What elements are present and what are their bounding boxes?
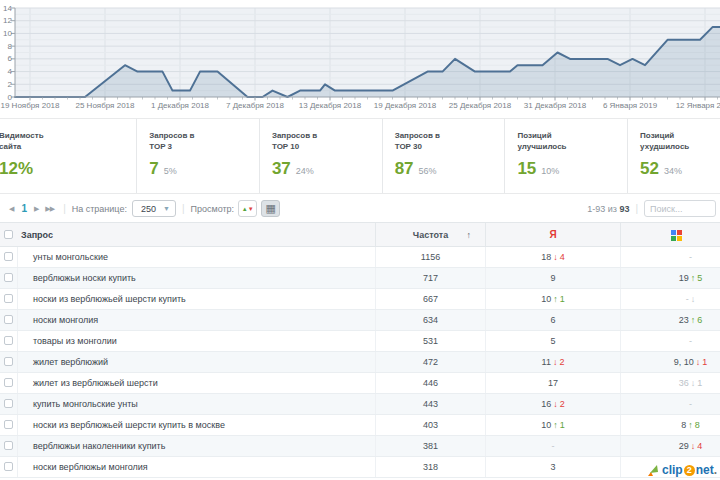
yandex-position-cell: 3: [485, 457, 620, 477]
google-position-cell: 8↑8: [620, 415, 720, 435]
card-value: 5234%: [640, 159, 720, 179]
yandex-position-cell: -: [485, 436, 620, 456]
yandex-position-cell: 16↓2: [485, 394, 620, 414]
card-value: 1510%: [517, 159, 627, 179]
svg-text:12: 12: [3, 16, 12, 25]
sort-asc-icon[interactable]: ↑: [467, 223, 472, 247]
table-row[interactable]: верблюжьи наколенники купить381-29↓4: [0, 436, 720, 457]
column-header-google[interactable]: [620, 223, 720, 246]
google-position-cell: -↓: [620, 289, 720, 309]
google-position-cell: -: [620, 331, 720, 351]
card-top10[interactable]: Запросов вTOP 10 3724%: [260, 119, 383, 193]
separator: |: [63, 203, 66, 214]
query-cell: товары из монголии: [17, 331, 375, 351]
yandex-position-cell: 11↓2: [485, 352, 620, 372]
table-row[interactable]: носки верблюжьи монголия3183: [0, 457, 720, 478]
query-cell: верблюжьи наколенники купить: [17, 436, 375, 456]
row-checkbox-cell: [0, 331, 17, 351]
table-row[interactable]: носки из верблюжьей шерсти купить66710↑1…: [0, 289, 720, 310]
yandex-position-cell: 6: [485, 310, 620, 330]
query-cell: носки верблюжьи монголия: [17, 457, 375, 477]
prev-page-button[interactable]: ◀: [9, 205, 14, 213]
card-site-visibility[interactable]: Видимостьсайта 12%: [0, 119, 137, 193]
grid-icon: ▦: [265, 203, 275, 214]
row-checkbox[interactable]: [4, 315, 13, 324]
column-header-query[interactable]: Запрос: [17, 223, 375, 246]
card-value: 75%: [149, 159, 259, 179]
svg-text:1 Декабря 2018: 1 Декабря 2018: [151, 101, 210, 110]
row-checkbox[interactable]: [4, 357, 13, 366]
card-label: Видимостьсайта: [0, 130, 136, 152]
row-checkbox[interactable]: [4, 420, 13, 429]
query-cell: купить монгольские унты: [17, 394, 375, 414]
frequency-cell: 318: [375, 457, 485, 477]
row-checkbox-cell: [0, 436, 17, 456]
table-body: унты монгольские115618↓4-верблюжьи носки…: [0, 247, 720, 478]
toolbar-right: 1-93 из 93 |: [587, 200, 720, 217]
row-checkbox[interactable]: [4, 294, 13, 303]
google-position-cell: 19↑5: [620, 268, 720, 288]
svg-text:25 Ноября 2018: 25 Ноября 2018: [76, 101, 136, 110]
select-all-checkbox[interactable]: [4, 230, 13, 239]
card-top3[interactable]: Запросов вTOP 3 75%: [137, 119, 260, 193]
query-cell: носки из верблюжьей шерсти купить в моск…: [17, 415, 375, 435]
area-chart: 0246810121419 Ноября 201825 Ноября 20181…: [0, 0, 720, 116]
card-label: Запросов вTOP 30: [395, 130, 505, 152]
google-position-cell: 29↓4: [620, 436, 720, 456]
svg-text:13 Декабря 2018: 13 Декабря 2018: [299, 101, 362, 110]
table-row[interactable]: купить монгольские унты44316↓2-: [0, 394, 720, 415]
frequency-cell: 1156: [375, 247, 485, 267]
google-position-cell: 23↑6: [620, 310, 720, 330]
svg-text:8: 8: [8, 42, 13, 51]
row-checkbox[interactable]: [4, 336, 13, 345]
row-checkbox[interactable]: [4, 441, 13, 450]
google-icon: [671, 230, 682, 241]
google-position-cell: 9, 10↓1: [620, 352, 720, 372]
yandex-position-cell: 5: [485, 331, 620, 351]
per-page-select[interactable]: 250 ▼: [132, 200, 176, 217]
query-cell: носки из верблюжьей шерсти купить: [17, 289, 375, 309]
row-checkbox[interactable]: [4, 378, 13, 387]
svg-text:12 Января 2019: 12 Января 2019: [676, 101, 720, 110]
column-header-frequency[interactable]: Частота↑: [375, 223, 485, 246]
header-checkbox-cell: [0, 223, 17, 246]
table-row[interactable]: товары из монголии5315-: [0, 331, 720, 352]
table-row[interactable]: жилет верблюжий47211↓29, 10↓1: [0, 352, 720, 373]
separator: |: [182, 203, 185, 214]
card-label: Запросов вTOP 10: [272, 130, 382, 152]
yandex-position-cell: 10↑1: [485, 289, 620, 309]
row-checkbox[interactable]: [4, 399, 13, 408]
frequency-cell: 472: [375, 352, 485, 372]
chevron-down-icon: ▼: [163, 205, 170, 212]
card-top30[interactable]: Запросов вTOP 30 8756%: [383, 119, 506, 193]
row-checkbox-cell: [0, 268, 17, 288]
table-row[interactable]: носки монголия634623↑6: [0, 310, 720, 331]
card-label: Позицийухудшилось: [640, 130, 720, 152]
positions-view-button[interactable]: ▲▼: [238, 200, 257, 217]
svg-text:10: 10: [3, 29, 12, 38]
row-checkbox[interactable]: [4, 462, 13, 471]
table-row[interactable]: жилет из верблюжьей шерсти4461736↓1: [0, 373, 720, 394]
grid-view-button[interactable]: ▦: [261, 200, 280, 217]
svg-text:14: 14: [3, 4, 12, 13]
row-checkbox[interactable]: [4, 252, 13, 261]
google-position-cell: 36↓1: [620, 373, 720, 393]
card-positions-improved[interactable]: Позицийулучшилось 1510%: [505, 119, 628, 193]
table-header: Запрос Частота↑ Я: [0, 222, 720, 247]
table-row[interactable]: носки из верблюжьей шерсти купить в моск…: [0, 415, 720, 436]
table-row[interactable]: верблюжьи носки купить717919↑5: [0, 268, 720, 289]
table-row[interactable]: унты монгольские115618↓4-: [0, 247, 720, 268]
query-cell: верблюжьи носки купить: [17, 268, 375, 288]
next-page-button[interactable]: ▶: [34, 205, 39, 213]
last-page-button[interactable]: ▶▶: [45, 205, 54, 213]
column-header-yandex[interactable]: Я: [485, 223, 620, 246]
card-positions-declined[interactable]: Позицийухудшилось 5234%: [628, 119, 720, 193]
yandex-position-cell: 9: [485, 268, 620, 288]
positions-history-chart: 0246810121419 Ноября 201825 Ноября 20181…: [0, 0, 720, 116]
row-checkbox[interactable]: [4, 273, 13, 282]
query-cell: носки монголия: [17, 310, 375, 330]
row-checkbox-cell: [0, 415, 17, 435]
current-page[interactable]: 1: [21, 203, 27, 214]
search-input[interactable]: [644, 200, 716, 217]
card-value: 3724%: [272, 159, 382, 179]
